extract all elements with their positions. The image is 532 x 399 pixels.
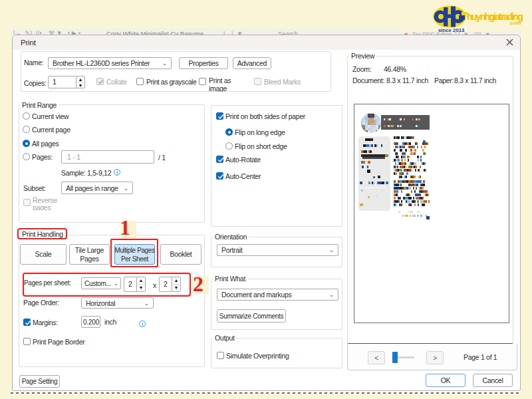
svg-text:since 2013: since 2013 [438,27,465,33]
svg-text:.com: .com [509,20,521,26]
